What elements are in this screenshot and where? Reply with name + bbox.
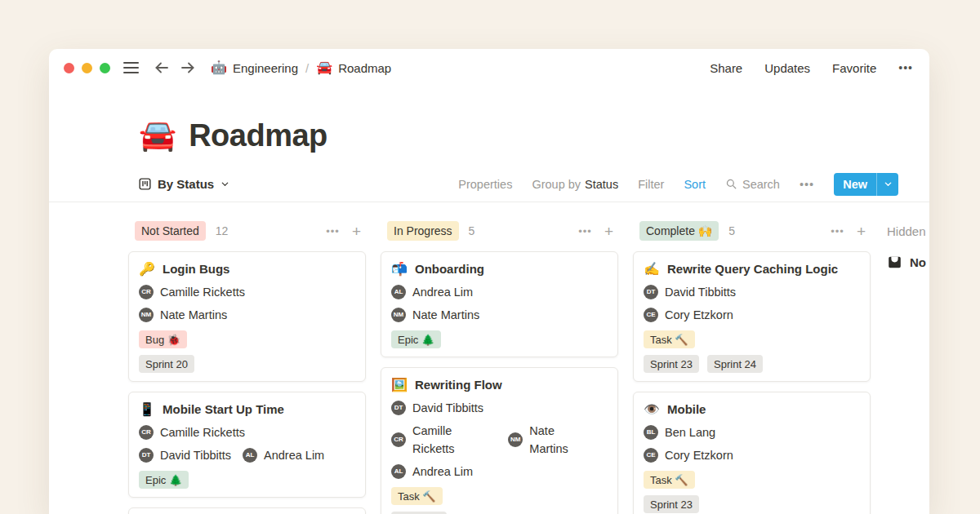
filter-button[interactable]: Filter xyxy=(638,178,664,191)
tag-epic: Epic 🌲 xyxy=(391,330,441,348)
avatar: NM xyxy=(139,308,154,322)
card-people-row: NMNate Martins xyxy=(391,306,608,324)
car-icon: 🚘 xyxy=(316,61,332,74)
card-login-bugs[interactable]: 🔑Login BugsCRCamille RickettsNMNate Mart… xyxy=(128,251,366,382)
card-title-text: Login Bugs xyxy=(163,260,230,278)
avatar: NM xyxy=(391,308,406,322)
tag-task: Task 🔨 xyxy=(644,330,695,348)
hidden-groups-label: Hidden xyxy=(885,220,929,241)
column-more-icon[interactable]: ••• xyxy=(831,225,844,237)
forward-arrow-icon[interactable] xyxy=(180,60,196,76)
app-window: 🤖 Engineering / 🚘 Roadmap Share Updates … xyxy=(49,49,929,514)
breadcrumb: 🤖 Engineering / 🚘 Roadmap xyxy=(211,61,391,75)
card-people-row: BLBen Lang xyxy=(644,423,860,441)
card-tag-row: Bug 🐞 xyxy=(139,330,355,348)
column-in-progress: In Progress5•••+📬OnboardingALAndrea LimN… xyxy=(381,220,618,514)
card-mobile[interactable]: 👁️MobileBLBen LangCECory EtzkornTask 🔨Sp… xyxy=(633,392,871,514)
back-arrow-icon[interactable] xyxy=(154,60,170,76)
avatar: BL xyxy=(644,425,658,440)
minimize-window-button[interactable] xyxy=(82,63,92,73)
column-more-icon[interactable]: ••• xyxy=(578,225,592,237)
mailbox-icon: 📬 xyxy=(391,263,408,276)
avatar: AL xyxy=(391,464,406,479)
card-title: 🔑Login Bugs xyxy=(139,260,355,278)
person-ben-lang: BLBen Lang xyxy=(644,423,715,441)
toolbar-actions: Properties Group by Status Filter Sort S… xyxy=(458,173,898,196)
card-title-text: Mobile Start Up Time xyxy=(163,401,284,419)
person-camille-ricketts: CRCamille Ricketts xyxy=(139,283,245,301)
kanban-board: Not Started12•••+🔑Login BugsCRCamille Ri… xyxy=(49,202,929,514)
add-card-icon[interactable]: + xyxy=(857,224,866,239)
zoom-window-button[interactable] xyxy=(100,63,110,73)
breadcrumb-separator: / xyxy=(305,61,309,75)
favorite-button[interactable]: Favorite xyxy=(832,61,876,75)
view-switcher[interactable]: By Status xyxy=(139,177,229,191)
column-actions: •••+ xyxy=(326,224,361,239)
hidden-groups-section: Hidden No xyxy=(885,220,929,270)
view-more-icon[interactable]: ••• xyxy=(800,178,814,191)
person-name: Nate Martins xyxy=(160,306,227,324)
hidden-group-no-status[interactable]: No xyxy=(885,255,929,270)
card-rewriting-flow[interactable]: 🖼️Rewriting FlowDTDavid TibbittsCRCamill… xyxy=(381,367,618,514)
card-people-row: ALAndrea Lim xyxy=(391,463,608,481)
search-icon xyxy=(725,178,737,190)
key-icon: 🔑 xyxy=(139,263,155,276)
car-icon: 🚘 xyxy=(139,116,176,155)
close-window-button[interactable] xyxy=(64,63,74,73)
person-david-tibbitts: DTDavid Tibbitts xyxy=(139,446,231,464)
sort-button[interactable]: Sort xyxy=(684,178,706,191)
updates-button[interactable]: Updates xyxy=(764,61,810,75)
sidebar-menu-icon[interactable] xyxy=(123,62,139,73)
card-people-row: CECory Etzkorn xyxy=(644,306,860,324)
person-name: Cory Etzkorn xyxy=(665,306,733,324)
tag-epic: Epic 🌲 xyxy=(139,471,189,489)
avatar: DT xyxy=(644,285,658,299)
column-count: 5 xyxy=(469,224,475,237)
breadcrumb-workspace-label: Engineering xyxy=(233,61,298,75)
card-tag-row: Sprint 23 xyxy=(644,495,860,513)
card-title: 🖼️Rewriting Flow xyxy=(391,376,608,394)
column-not-started: Not Started12•••+🔑Login BugsCRCamille Ri… xyxy=(128,220,366,514)
card-people-row: ALAndrea Lim xyxy=(391,283,608,301)
card-people-row: NMNate Martins xyxy=(139,306,355,324)
group-by-button[interactable]: Group by Status xyxy=(532,178,618,191)
person-name: Nate Martins xyxy=(412,306,479,324)
avatar: NM xyxy=(508,432,523,447)
new-button[interactable]: New xyxy=(834,173,898,196)
share-button[interactable]: Share xyxy=(710,61,742,75)
smartphone-icon: 📱 xyxy=(139,403,155,416)
new-dropdown-button[interactable] xyxy=(877,173,898,196)
add-card-icon[interactable]: + xyxy=(352,224,361,239)
tag-task: Task 🔨 xyxy=(644,471,695,489)
column-header: Complete 🙌5•••+ xyxy=(633,220,871,241)
robot-icon: 🤖 xyxy=(211,61,227,74)
card-people-row: DTDavid TibbittsALAndrea Lim xyxy=(139,446,355,464)
tag-sprint-20: Sprint 20 xyxy=(139,355,194,373)
card-people-row: CRCamille RickettsNMNate Martins xyxy=(391,422,608,458)
breadcrumb-page-label: Roadmap xyxy=(338,61,391,75)
card-tag-row: Epic 🌲 xyxy=(391,330,608,348)
view-toolbar: By Status Properties Group by Status Fil… xyxy=(49,166,929,202)
card-error-codes[interactable]: ‼️Error Codes xyxy=(128,507,366,514)
card-rewrite-query-caching-logic[interactable]: ✍️Rewrite Query Caching LogicDTDavid Tib… xyxy=(633,251,871,382)
column-count: 12 xyxy=(216,224,229,237)
avatar: CE xyxy=(644,308,658,322)
card-tag-row: Sprint 20 xyxy=(139,355,355,373)
more-options-icon[interactable]: ••• xyxy=(898,61,913,74)
board-columns: Not Started12•••+🔑Login BugsCRCamille Ri… xyxy=(128,220,871,514)
add-card-icon[interactable]: + xyxy=(604,224,613,239)
card-title: 👁️Mobile xyxy=(644,401,860,419)
person-name: Andrea Lim xyxy=(264,446,324,464)
card-people-row: CRCamille Ricketts xyxy=(139,423,355,441)
card-onboarding[interactable]: 📬OnboardingALAndrea LimNMNate MartinsEpi… xyxy=(381,251,618,357)
chevron-down-icon xyxy=(220,179,229,188)
tag-sprint-24: Sprint 24 xyxy=(707,355,763,373)
breadcrumb-workspace[interactable]: 🤖 Engineering xyxy=(211,61,298,75)
column-more-icon[interactable]: ••• xyxy=(326,225,340,237)
search-button[interactable]: Search xyxy=(725,178,780,191)
card-people-row: CECory Etzkorn xyxy=(644,446,860,464)
person-cory-etzkorn: CECory Etzkorn xyxy=(644,306,733,324)
breadcrumb-page[interactable]: 🚘 Roadmap xyxy=(316,61,391,75)
properties-button[interactable]: Properties xyxy=(458,178,512,191)
card-mobile-start-up-time[interactable]: 📱Mobile Start Up TimeCRCamille RickettsD… xyxy=(128,392,366,498)
